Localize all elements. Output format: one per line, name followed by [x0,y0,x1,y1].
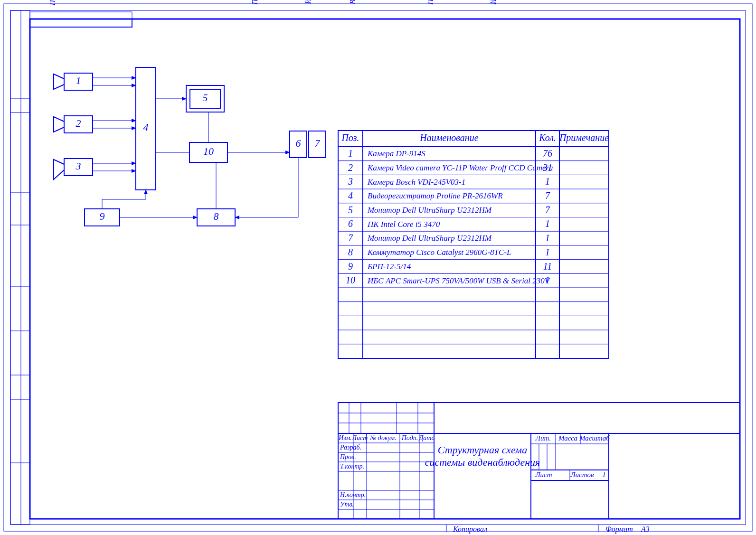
svg-marker-32 [54,160,64,179]
svg-text:5: 5 [348,205,353,215]
svg-text:БРП-12-5/14: БРП-12-5/14 [367,262,411,271]
svg-text:Монитор Dell UltraSharp U2312H: Монитор Dell UltraSharp U2312HM [367,234,492,243]
block-2: 2 [54,116,93,133]
svg-text:Масса: Масса [558,434,577,442]
svg-text:ПК Intel Core i5 3470: ПК Intel Core i5 3470 [367,220,440,229]
svg-rect-22 [30,19,132,27]
svg-text:Подп. и дата: Подп. и дата [426,0,435,5]
svg-rect-3 [10,10,30,525]
svg-text:Коммутатор Cisco Catalyst 2960: Коммутатор Cisco Catalyst 2960G-8TC-L [367,248,511,257]
svg-marker-31 [54,160,64,179]
svg-text:Видеорегистратор Proline PR-26: Видеорегистратор Proline PR-2616WR [368,191,503,200]
svg-text:Перв. примен.: Перв. примен. [48,0,57,6]
svg-text:Камера Bosch VDI-245V03-1: Камера Bosch VDI-245V03-1 [367,178,465,187]
svg-text:Поз.: Поз. [341,132,359,143]
svg-text:ИБС APC Smart-UPS 750VA/500W U: ИБС APC Smart-UPS 750VA/500W USB & Seria… [367,276,551,285]
svg-text:5: 5 [203,92,208,103]
svg-rect-21 [30,12,132,19]
svg-text:Дата: Дата [418,434,435,441]
svg-rect-158 [609,433,740,519]
svg-text:Взам. инв. №: Взам. инв. № [349,0,357,4]
svg-text:6: 6 [296,137,301,149]
svg-text:Изм.: Изм. [338,434,352,441]
svg-text:10: 10 [346,275,355,285]
svg-text:1: 1 [545,176,550,187]
svg-text:Т.контр.: Т.контр. [340,463,364,470]
svg-marker-28 [54,117,64,132]
svg-text:Лист: Лист [535,471,552,479]
svg-text:1: 1 [348,148,353,159]
svg-text:2: 2 [348,162,353,173]
svg-text:Копировал: Копировал [453,525,487,534]
drawing-sheet: Перв. примен. Справ. № Подп. и дата Инв.… [0,0,756,535]
svg-text:Н.контр.: Н.контр. [340,491,366,498]
svg-text:Камера DP-914S: Камера DP-914S [367,149,425,158]
margin-column: Перв. примен. Справ. № Подп. и дата Инв.… [10,0,497,525]
svg-text:1: 1 [545,247,550,257]
svg-text:3: 3 [76,160,81,172]
svg-text:Кол.: Кол. [539,132,556,143]
svg-text:7: 7 [545,205,550,215]
block-5: 5 [186,85,224,112]
svg-text:4: 4 [348,190,353,201]
svg-text:9: 9 [100,210,105,222]
title-block: Изм. Лист № докум. Подп. Дата Разраб. Пр… [338,403,740,519]
parts-table: Поз. Наименование Кол. Примечание 1Камер… [338,131,609,358]
svg-text:1: 1 [545,218,550,229]
svg-text:6: 6 [348,218,353,229]
schematic: 1 2 3 4 5 10 [54,67,326,226]
svg-text:Масштаб: Масштаб [579,434,610,442]
svg-text:8: 8 [348,247,353,257]
svg-text:Инв. № дубл.: Инв. № дубл. [304,0,312,5]
svg-text:31: 31 [542,162,552,173]
svg-text:1: 1 [545,233,550,243]
svg-text:Монитор Dell UltraSharp U2312H: Монитор Dell UltraSharp U2312HM [367,206,492,215]
svg-text:Подп.: Подп. [401,434,418,441]
svg-marker-25 [54,74,64,89]
svg-text:Подп. и дата: Подп. и дата [251,0,259,5]
svg-text:Наименование: Наименование [419,132,478,143]
svg-text:Лист: Лист [352,434,368,441]
svg-text:Пров.: Пров. [340,453,356,460]
svg-text:Листов: Листов [570,471,594,479]
svg-text:8: 8 [214,210,219,222]
block-3: 3 [54,159,93,179]
svg-text:1: 1 [545,275,550,285]
svg-text:10: 10 [203,145,214,157]
svg-text:4: 4 [143,121,149,133]
svg-text:9: 9 [348,261,353,272]
svg-text:1: 1 [602,471,606,479]
svg-text:Формат: Формат [605,525,633,534]
svg-text:7: 7 [315,137,321,149]
svg-text:Камера Video camera YC-11P Wat: Камера Video camera YC-11P Water Proff C… [367,163,553,172]
svg-text:Структурная схема: Структурная схема [438,444,527,456]
svg-text:3: 3 [348,176,353,187]
svg-text:Инв. № подл.: Инв. № подл. [489,0,497,5]
svg-text:Разраб.: Разраб. [340,444,361,451]
svg-text:Примечание: Примечание [559,132,609,143]
svg-text:А3: А3 [641,525,650,533]
svg-text:1: 1 [76,75,81,86]
svg-text:11: 11 [543,261,552,272]
svg-text:7: 7 [545,190,550,201]
block-1: 1 [54,73,93,90]
svg-text:7: 7 [348,233,353,243]
svg-text:Утв.: Утв. [340,501,354,508]
svg-text:системы виденаблюдения: системы виденаблюдения [425,456,540,468]
svg-text:76: 76 [543,148,552,159]
svg-text:№ докум.: № докум. [369,434,397,441]
svg-text:2: 2 [76,117,81,129]
svg-text:Лит.: Лит. [535,434,551,442]
